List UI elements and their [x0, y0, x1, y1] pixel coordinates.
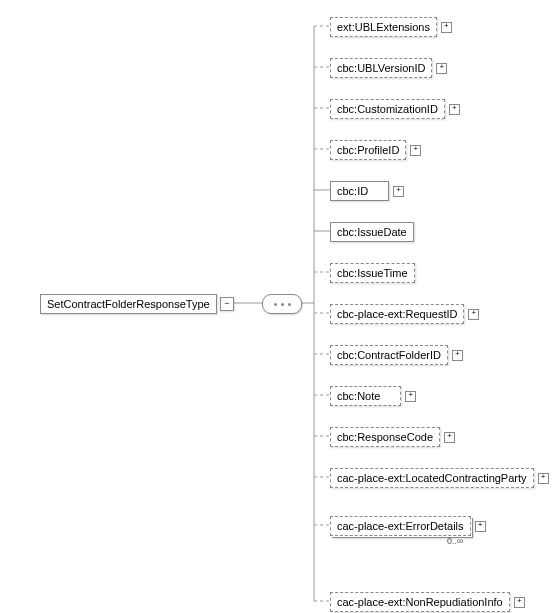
- expand-icon[interactable]: +: [405, 391, 416, 402]
- schema-diagram: SetContractFolderResponseType − ext:UBLE…: [0, 0, 553, 613]
- expand-icon[interactable]: +: [468, 309, 479, 320]
- node-label: cac-place-ext:ErrorDetails: [330, 516, 471, 536]
- node-ublextensions[interactable]: ext:UBLExtensions +: [330, 17, 452, 37]
- node-label: cbc:UBLVersionID: [330, 58, 432, 78]
- expand-icon[interactable]: +: [449, 104, 460, 115]
- node-label: cbc:Note: [330, 386, 401, 406]
- node-id[interactable]: cbc:ID +: [330, 181, 404, 201]
- node-responsecode[interactable]: cbc:ResponseCode +: [330, 427, 455, 447]
- node-locatedcontractingparty[interactable]: cac-place-ext:LocatedContractingParty +: [330, 468, 549, 488]
- expand-icon[interactable]: +: [452, 350, 463, 361]
- node-label: cbc-place-ext:RequestID: [330, 304, 464, 324]
- node-issuedate[interactable]: cbc:IssueDate: [330, 222, 414, 242]
- node-label: cbc:IssueTime: [330, 263, 415, 283]
- expand-icon[interactable]: +: [475, 521, 486, 532]
- node-nonrepudiationinfo[interactable]: cac-place-ext:NonRepudiationInfo +: [330, 592, 525, 612]
- expand-icon[interactable]: +: [514, 597, 525, 608]
- node-label: cbc:ContractFolderID: [330, 345, 448, 365]
- node-label: cac-place-ext:LocatedContractingParty: [330, 468, 534, 488]
- root-node: SetContractFolderResponseType: [40, 294, 217, 314]
- node-customizationid[interactable]: cbc:CustomizationID +: [330, 99, 460, 119]
- node-label: cbc:IssueDate: [330, 222, 414, 242]
- node-contractfolderid[interactable]: cbc:ContractFolderID +: [330, 345, 463, 365]
- node-note[interactable]: cbc:Note +: [330, 386, 416, 406]
- expand-icon[interactable]: +: [444, 432, 455, 443]
- root-label: SetContractFolderResponseType: [40, 294, 217, 314]
- node-requestid[interactable]: cbc-place-ext:RequestID +: [330, 304, 479, 324]
- cardinality-label: 0..∞: [447, 536, 463, 546]
- expand-icon[interactable]: +: [410, 145, 421, 156]
- node-issuetime[interactable]: cbc:IssueTime: [330, 263, 415, 283]
- node-errordetails[interactable]: cac-place-ext:ErrorDetails +: [330, 516, 486, 536]
- node-label: ext:UBLExtensions: [330, 17, 437, 37]
- node-ublversionid[interactable]: cbc:UBLVersionID +: [330, 58, 447, 78]
- sequence-compositor: [262, 294, 302, 314]
- node-label: cbc:ProfileID: [330, 140, 406, 160]
- root-expander[interactable]: −: [220, 297, 234, 311]
- node-profileid[interactable]: cbc:ProfileID +: [330, 140, 421, 160]
- expand-icon[interactable]: +: [441, 22, 452, 33]
- node-label: cac-place-ext:NonRepudiationInfo: [330, 592, 510, 612]
- expand-icon[interactable]: +: [538, 473, 549, 484]
- node-label: cbc:ResponseCode: [330, 427, 440, 447]
- node-label: cbc:ID: [330, 181, 389, 201]
- expand-icon[interactable]: +: [436, 63, 447, 74]
- node-label: cbc:CustomizationID: [330, 99, 445, 119]
- expand-icon[interactable]: +: [393, 186, 404, 197]
